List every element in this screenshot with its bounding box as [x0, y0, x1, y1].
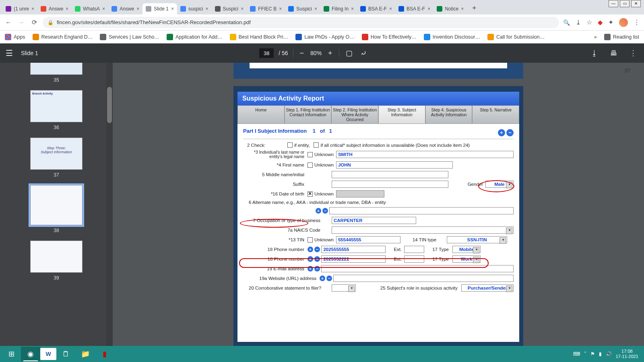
url-add-button[interactable]: + — [320, 276, 325, 281]
lastname-input[interactable] — [336, 151, 514, 158]
taskbar-word[interactable]: W — [40, 348, 56, 360]
profile-avatar[interactable] — [619, 18, 628, 27]
thumbnail[interactable]: Step Three:Subject Information — [30, 138, 83, 170]
sar-step-tab[interactable]: Step 4. Suspicious Activity Information — [425, 105, 473, 124]
email-remove-button[interactable]: − — [314, 266, 320, 272]
download-button[interactable]: ⭳ — [589, 49, 600, 58]
thumbnail[interactable] — [30, 241, 83, 273]
browser-tab[interactable]: Suspici × — [285, 3, 320, 14]
sar-step-tab[interactable]: Home — [237, 105, 285, 124]
email-input[interactable] — [321, 265, 514, 272]
thumbnail-sidebar[interactable]: 35 Branch Activity 36 Step Three:Subject… — [0, 63, 113, 346]
reading-list-button[interactable]: Reading list — [604, 34, 639, 40]
url-input[interactable] — [333, 275, 514, 282]
fit-page-button[interactable]: ▢ — [344, 49, 354, 58]
altname-input[interactable] — [329, 207, 514, 214]
tab-close-icon[interactable]: × — [427, 6, 430, 12]
tab-close-icon[interactable]: × — [171, 6, 174, 12]
taskbar-mcafee[interactable]: ▮ — [95, 347, 114, 361]
thumbnail-selected[interactable] — [30, 185, 83, 225]
zoom-indicator-icon[interactable]: 🔍 — [563, 19, 570, 26]
phone2-input[interactable] — [321, 255, 386, 263]
tab-close-icon[interactable]: × — [206, 6, 208, 12]
phone2-type-select[interactable]: Work▼ — [452, 255, 481, 263]
phone1-type-select[interactable]: Mobile▼ — [452, 246, 481, 253]
middle-input[interactable] — [332, 171, 448, 178]
url-remove-button[interactable]: − — [326, 276, 332, 281]
bookmark-item[interactable]: Law PhDs - Apply O… — [295, 34, 354, 40]
firstname-input[interactable] — [336, 161, 453, 169]
dob-unknown-checkbox[interactable] — [308, 191, 313, 197]
sar-step-tab[interactable]: Step 1. Filing Institution Contact Infor… — [285, 105, 332, 124]
tab-close-icon[interactable]: × — [351, 6, 354, 12]
slide-area[interactable]: 37 Suspicious Activity Report HomeStep 1… — [113, 63, 644, 346]
critical-unavailable-checkbox[interactable] — [314, 142, 319, 148]
minimize-button[interactable]: — — [609, 0, 618, 7]
tray-clock[interactable]: 17:08 17-11-2021 — [616, 349, 638, 359]
print-button[interactable]: 🖶 — [609, 49, 619, 58]
browser-tab[interactable]: Answe × — [108, 3, 142, 14]
browser-tab[interactable]: BSA E-F × — [357, 3, 395, 14]
install-app-icon[interactable]: ⤓ — [576, 19, 581, 26]
bookmark-item[interactable]: Research England D… — [33, 34, 93, 40]
taskbar-explorer[interactable]: 📁 — [76, 347, 95, 361]
phone2-add-button[interactable]: + — [308, 256, 313, 262]
tab-close-icon[interactable]: × — [279, 6, 282, 12]
back-button[interactable]: ← — [4, 19, 13, 26]
pdf-extension-icon[interactable]: ◆ — [598, 19, 603, 26]
tray-flag-icon[interactable]: ⚑ — [590, 351, 595, 357]
omnibox[interactable]: 🔒 fincen.gov/sites/default/files/shared/… — [43, 17, 559, 28]
pdf-menu-icon[interactable]: ☰ — [6, 48, 13, 58]
naics-select[interactable]: ▼ — [332, 226, 514, 234]
sar-step-tab[interactable]: Step 5. Narrative — [472, 105, 519, 124]
browser-tab[interactable]: BSA E-F × — [395, 3, 433, 14]
bookmark-item[interactable]: Call for Submission… — [487, 34, 545, 40]
bookmark-star-icon[interactable]: ☆ — [586, 19, 592, 26]
tin-unknown-checkbox[interactable] — [308, 237, 313, 243]
sar-step-tab[interactable]: Step 3. Subject Information — [378, 105, 425, 124]
tab-close-icon[interactable]: × — [389, 6, 392, 12]
pdf-more-icon[interactable]: ⋮ — [628, 49, 638, 58]
thumbnail[interactable] — [30, 63, 83, 75]
remove-subject-button[interactable]: − — [506, 129, 514, 136]
corroborative-select[interactable]: ▼ — [332, 284, 356, 292]
email-add-button[interactable]: + — [308, 266, 313, 272]
tab-close-icon[interactable]: × — [102, 6, 105, 12]
new-tab-button[interactable]: + — [469, 3, 480, 14]
altname-remove-button[interactable]: − — [322, 208, 328, 214]
tray-keyboard-icon[interactable]: ⌨ — [573, 351, 580, 357]
browser-tab[interactable]: suspici × — [177, 3, 212, 14]
bookmark-item[interactable]: Application for Add… — [167, 34, 223, 40]
system-tray[interactable]: ⌨ ˄ ⚑ ▮ 🔊 17:08 17-11-2021 — [573, 349, 642, 359]
bookmark-item[interactable]: Invention Disclosur… — [424, 34, 480, 40]
bookmark-item[interactable]: How To Effectively… — [362, 34, 417, 40]
tray-battery-icon[interactable]: ▮ — [599, 351, 602, 357]
tin-input[interactable] — [336, 236, 400, 243]
gender-select[interactable]: Male▼ — [485, 181, 514, 188]
tab-close-icon[interactable]: × — [461, 6, 464, 12]
entity-checkbox[interactable] — [287, 142, 293, 148]
browser-tab[interactable]: Slide 1 × — [142, 3, 177, 14]
sar-step-tab[interactable]: Step 2. Filing Institution Where Activit… — [331, 105, 378, 124]
browser-tab[interactable]: WhatsA × — [72, 3, 108, 14]
browser-tab[interactable]: Answe × — [37, 3, 72, 14]
browser-tab[interactable]: (1 unre × — [2, 3, 37, 14]
tab-close-icon[interactable]: × — [241, 6, 244, 12]
bookmark-item[interactable]: Services | Law Scho… — [100, 34, 159, 40]
phone1-ext-input[interactable] — [404, 246, 424, 253]
tray-overflow-icon[interactable]: ˄ — [584, 351, 586, 357]
taskbar-chrome[interactable]: ◉ — [21, 347, 40, 361]
reload-button[interactable]: ⟳ — [30, 19, 39, 26]
browser-tab[interactable]: Notice × — [433, 3, 467, 14]
phone2-remove-button[interactable]: − — [314, 256, 320, 262]
suffix-input[interactable] — [332, 181, 448, 188]
tab-close-icon[interactable]: × — [31, 6, 34, 12]
role-select[interactable]: Purchaser/Sender▼ — [461, 284, 514, 292]
add-subject-button[interactable]: + — [498, 129, 505, 136]
firstname-unknown-checkbox[interactable] — [308, 162, 313, 168]
altname-add-button[interactable]: + — [316, 208, 321, 214]
rotate-button[interactable]: ⤾ — [359, 49, 368, 58]
start-button[interactable]: ⊞ — [2, 347, 21, 361]
apps-button[interactable]: Apps — [5, 34, 25, 40]
phone1-add-button[interactable]: + — [308, 247, 313, 252]
